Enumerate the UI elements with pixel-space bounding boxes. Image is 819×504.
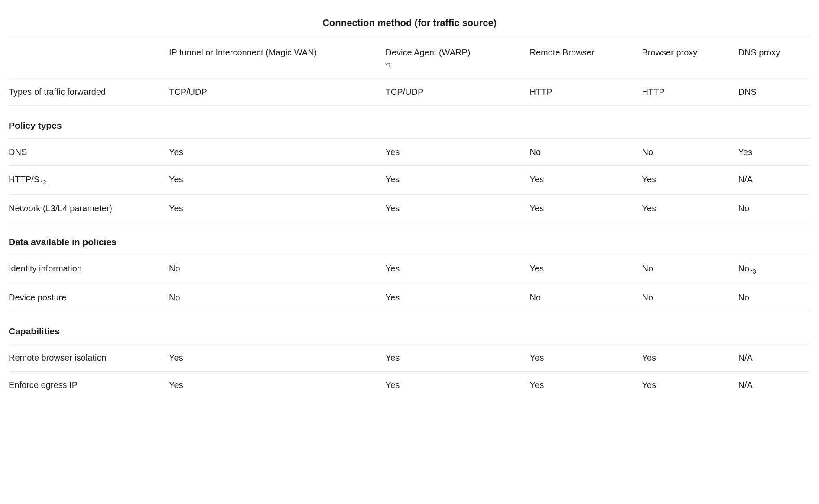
table-cell: Yes <box>386 372 530 399</box>
table-cell: Yes <box>386 255 530 284</box>
table-cell-value: Yes <box>530 264 544 273</box>
table-cell-value: No <box>642 147 653 157</box>
table-cell-value: No <box>642 264 653 273</box>
column-header-label: DNS proxy <box>738 48 780 57</box>
row-label: DNS <box>9 139 169 166</box>
table-cell-value: DNS <box>738 87 757 97</box>
table-cell-value: Yes <box>169 380 183 390</box>
column-header-label: Device Agent (WARP) <box>386 48 471 57</box>
row-label: Types of traffic forwarded <box>9 78 169 105</box>
table-cell: No <box>530 284 642 311</box>
row-label: Remote browser isolation <box>9 344 169 372</box>
table-cell-value: Yes <box>530 204 544 213</box>
table-row: Enforce egress IPYesYesYesYesN/A <box>9 372 810 399</box>
table-cell: No*3 <box>738 255 811 284</box>
column-header: DNS proxy <box>738 38 811 78</box>
table-cell: Yes <box>530 344 642 372</box>
row-label: Enforce egress IP <box>9 372 169 399</box>
row-label-text: DNS <box>9 147 27 157</box>
footnote-mark: *1 <box>386 61 526 70</box>
row-label-text: Network (L3/L4 parameter) <box>9 204 112 213</box>
table-cell: Yes <box>169 194 386 222</box>
comparison-table-container: Connection method (for traffic source) I… <box>9 9 810 398</box>
table-cell-value: No <box>169 264 180 273</box>
table-cell-value: Yes <box>386 204 400 213</box>
table-cell-value: Yes <box>530 174 544 184</box>
table-cell: HTTP <box>530 78 642 105</box>
table-cell: Yes <box>530 372 642 399</box>
table-cell: No <box>738 284 811 311</box>
table-cell-value: Yes <box>530 353 544 362</box>
table-cell: TCP/UDP <box>169 78 386 105</box>
table-cell-value: TCP/UDP <box>169 87 207 97</box>
table-cell: Yes <box>642 166 738 195</box>
table-title: Connection method (for traffic source) <box>9 9 810 38</box>
table-cell-value: N/A <box>738 353 753 362</box>
table-cell: HTTP <box>642 78 738 105</box>
table-cell-value: No <box>169 293 180 302</box>
table-cell-value: HTTP <box>642 87 665 97</box>
row-label-text: HTTP/S <box>9 174 39 184</box>
table-cell-value: No <box>530 293 541 302</box>
column-header: Device Agent (WARP)*1 <box>386 38 530 78</box>
column-header <box>9 38 169 78</box>
table-cell: No <box>642 284 738 311</box>
table-cell-value: Yes <box>642 380 656 390</box>
table-cell: Yes <box>169 139 386 166</box>
table-cell: Yes <box>386 166 530 195</box>
footnote-mark: *2 <box>40 179 46 186</box>
comparison-table: Connection method (for traffic source) I… <box>9 9 810 398</box>
table-cell: Yes <box>169 344 386 372</box>
table-cell-value: Yes <box>738 147 753 157</box>
table-cell-value: Yes <box>386 147 400 157</box>
row-label: HTTP/S*2 <box>9 166 169 195</box>
table-cell-value: Yes <box>169 174 183 184</box>
section-header-row: Data available in policies <box>9 222 810 255</box>
table-cell-value: Yes <box>386 264 400 273</box>
table-cell: Yes <box>386 194 530 222</box>
table-cell-value: Yes <box>386 174 400 184</box>
row-label: Identity information <box>9 255 169 284</box>
table-cell: Yes <box>386 139 530 166</box>
row-label-text: Remote browser isolation <box>9 353 107 362</box>
table-cell-value: No <box>738 204 750 213</box>
table-cell: Yes <box>530 166 642 195</box>
table-cell: N/A <box>738 344 811 372</box>
table-cell-value: Yes <box>169 204 183 213</box>
row-label-text: Enforce egress IP <box>9 380 78 390</box>
table-cell-value: Yes <box>642 174 656 184</box>
table-cell-value: Yes <box>530 380 544 390</box>
table-cell-value: Yes <box>169 147 183 157</box>
table-cell: Yes <box>386 344 530 372</box>
table-cell-value: No <box>642 293 653 302</box>
table-cell: Yes <box>642 372 738 399</box>
table-cell-value: No <box>738 264 750 273</box>
table-cell-value: N/A <box>738 174 753 184</box>
table-row: Remote browser isolationYesYesYesYesN/A <box>9 344 810 372</box>
table-cell: Yes <box>738 139 811 166</box>
column-header-label: Browser proxy <box>642 48 698 57</box>
section-header-label: Policy types <box>9 105 810 139</box>
table-cell: Yes <box>530 255 642 284</box>
table-cell: No <box>169 284 386 311</box>
table-cell: TCP/UDP <box>386 78 530 105</box>
table-cell: No <box>642 255 738 284</box>
table-cell: DNS <box>738 78 811 105</box>
table-cell-value: Yes <box>642 353 656 362</box>
table-cell-value: N/A <box>738 380 753 390</box>
section-header-label: Capabilities <box>9 311 810 344</box>
table-row: Types of traffic forwardedTCP/UDPTCP/UDP… <box>9 78 810 105</box>
table-cell: Yes <box>169 166 386 195</box>
column-header: Remote Browser <box>530 38 642 78</box>
table-row: HTTP/S*2YesYesYesYesN/A <box>9 166 810 195</box>
table-cell-value: Yes <box>169 353 183 362</box>
table-cell-value: HTTP <box>530 87 552 97</box>
table-cell: No <box>642 139 738 166</box>
table-cell: Yes <box>642 344 738 372</box>
table-row: DNSYesYesNoNoYes <box>9 139 810 166</box>
table-cell: No <box>738 194 811 222</box>
table-row: Network (L3/L4 parameter)YesYesYesYesNo <box>9 194 810 222</box>
table-cell: No <box>530 139 642 166</box>
column-header: Browser proxy <box>642 38 738 78</box>
table-cell-value: Yes <box>386 380 400 390</box>
